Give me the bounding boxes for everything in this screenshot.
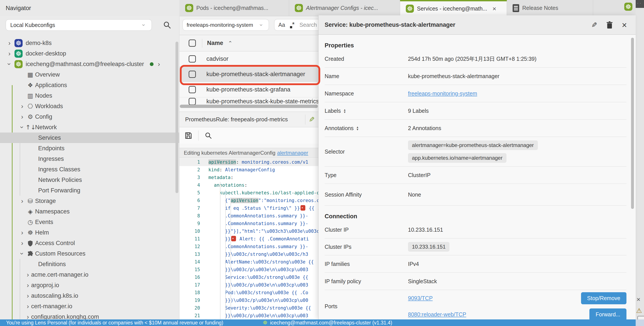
chevron-down-icon[interactable]: › <box>6 61 13 67</box>
sidebar-item-port-forwarding[interactable]: Port Forwarding <box>0 185 180 196</box>
sort-toggle-icon[interactable]: ▴▾ <box>357 126 358 130</box>
match-case-toggle[interactable]: Aa <box>278 22 285 28</box>
code-line[interactable]: 16 Service:\u003c/strong\u003e {{ <box>180 274 318 281</box>
sort-toggle-icon[interactable]: ▴▾ <box>344 108 346 113</box>
namespace-link[interactable]: freeleaps-monitoring-system <box>408 90 477 96</box>
kubeconfig-selector[interactable]: Local Kubeconfigs › <box>6 19 152 31</box>
chevron-right-icon[interactable]: › <box>19 103 26 110</box>
code-line[interactable]: 8 .CommonAnnotations.summary }}- <box>180 212 318 220</box>
chevron-right-icon[interactable]: › <box>19 229 26 236</box>
sidebar-item-helm[interactable]: ›☸Helm <box>0 227 180 238</box>
namespace-selector[interactable]: freeleaps-monitoring-system › <box>182 19 269 31</box>
chevron-right-icon[interactable]: › <box>24 282 31 288</box>
tab-release-notes[interactable]: Release Notes <box>507 0 593 16</box>
code-line[interactable]: 18 Pod:\u003c/strong\u003e {{ .Co <box>180 289 318 296</box>
chevron-right-icon[interactable]: › <box>19 114 26 120</box>
code-line[interactable]: 6 {"apiVersion":"monitoring.coreos.com/v… <box>180 197 318 204</box>
chevron-right-icon[interactable]: › <box>19 240 26 246</box>
chevron-right-icon[interactable]: › <box>6 40 13 46</box>
code-line[interactable]: 13 }}\u003c/strong\u003e\u003c/h3 <box>180 250 318 258</box>
column-header-name[interactable]: Name <box>207 40 223 46</box>
sidebar-item-demo-k8s[interactable]: ›☸demo-k8s <box>0 38 180 48</box>
code-line[interactable]: 15 }}\u003c/p\u003e\n\u003cp\u003 <box>180 266 318 274</box>
edit-icon[interactable]: ✎ <box>591 21 597 29</box>
code-line[interactable]: 14 AlertName:\u003c/strong\u003e {{ <box>180 258 318 266</box>
code-line[interactable]: 7 if eq .Status \"firing\" }} {{ .Common… <box>180 204 318 212</box>
code-line[interactable]: 9 .CommonAnnotations.summary }}- <box>180 220 318 228</box>
list-search-box[interactable]: Aa * Search <box>274 19 318 31</box>
sidebar-item-docker-desktop[interactable]: ›☸docker-desktop <box>0 48 180 59</box>
chevron-right-icon[interactable]: › <box>24 303 31 310</box>
sidebar-item-storage[interactable]: ›⛁Storage <box>0 196 180 206</box>
save-icon[interactable] <box>183 130 194 140</box>
row-checkbox[interactable] <box>189 86 196 93</box>
chevron-right-icon[interactable]: › <box>24 271 31 278</box>
tab-pods-icecheng-mathmas-[interactable]: ☸Pods - icecheng@mathmas... <box>180 0 289 16</box>
search-icon[interactable] <box>203 130 214 140</box>
sidebar-item-overview[interactable]: ▦Overview <box>0 69 180 80</box>
port-link[interactable]: 8080:reloader-web/TCP <box>408 311 466 318</box>
table-row[interactable]: cadvisor <box>180 51 318 67</box>
sidebar-item-acme-cert-manager-io[interactable]: ›acme.cert-manager.io <box>0 270 180 280</box>
sidebar-item-access-control[interactable]: ›Access Control <box>0 238 180 248</box>
sidebar-item-config[interactable]: ›⚙Config <box>0 112 180 122</box>
sidebar-item-network[interactable]: ›↑↓Network <box>0 122 180 132</box>
sidebar-item-applications[interactable]: ❖Applications <box>0 80 180 90</box>
sidebar-item-icecheng-mathmast-com-freeleaps-cluster[interactable]: ›☸icecheng@mathmast.com@freeleaps-cluste… <box>0 59 180 69</box>
sidebar-item-endpoints[interactable]: Endpoints <box>0 143 180 154</box>
code-line[interactable]: 17 }}\u003c/p\u003e\n\u003cp\u003 <box>180 281 318 289</box>
code-line[interactable]: 10 }}"}],"html":"\u003ch3\u003e\u003cu <box>180 228 318 235</box>
license-notice[interactable]: You're using Lens Personal (for individu… <box>6 320 223 326</box>
sidebar-item-workloads[interactable]: ›⎔Workloads <box>0 101 180 112</box>
sidebar-item-nodes[interactable]: ▥Nodes <box>0 90 180 101</box>
code-line[interactable]: 1apiVersion: monitoring.coreos.com/v1 <box>180 158 318 166</box>
code-line[interactable]: 5 kubectl.kubernetes.io/last-applied-con… <box>180 189 318 197</box>
port-forward-button[interactable]: Forward... <box>590 308 626 320</box>
sidebar-item-ingresses[interactable]: Ingresses <box>0 154 180 164</box>
sidebar-item-namespaces[interactable]: ◈Namespaces <box>0 206 180 217</box>
port-forward-button[interactable]: Stop/Remove <box>581 292 626 304</box>
yaml-editor[interactable]: 1apiVersion: monitoring.coreos.com/v12ki… <box>180 158 318 320</box>
sidebar-item-autoscaling-k8s-io[interactable]: ›autoscaling.k8s.io <box>0 290 180 301</box>
code-line[interactable]: 4 annotations: <box>180 182 318 189</box>
chevron-down-icon[interactable]: › <box>19 124 26 130</box>
sort-asc-icon[interactable]: ⌃ <box>228 40 232 46</box>
row-checkbox[interactable] <box>189 55 196 62</box>
sidebar-item-cert-manager-io[interactable]: ›cert-manager.io <box>0 301 180 312</box>
chevron-right-icon[interactable]: › <box>6 50 13 57</box>
tab-alertmanager-configs-ice[interactable]: ☸Alertmanager Configs - icec... <box>289 0 400 16</box>
code-line[interactable]: 3metadata: <box>180 174 318 182</box>
code-line[interactable]: 20 Severity:\u003c/strong\u003e {{ <box>180 304 318 312</box>
close-icon[interactable]: × <box>622 20 627 30</box>
code-line[interactable]: 21 }}\u003c/p\u003e\n\u003cp\u003 <box>180 312 318 320</box>
code-line[interactable]: 12 .CommonAnnotations.summary }}- <box>180 243 318 250</box>
sidebar-item-services[interactable]: Services <box>0 132 180 143</box>
edit-icon[interactable]: ✎ <box>309 116 315 124</box>
sidebar-item-network-policies[interactable]: Network Policies <box>0 175 180 185</box>
sidebar-item-ingress-classes[interactable]: Ingress Classes <box>0 164 180 175</box>
row-checkbox[interactable] <box>189 98 196 105</box>
sidebar-item-events[interactable]: ◷Events <box>0 217 180 227</box>
editing-resource-link[interactable]: alertmanager <box>277 150 308 156</box>
chevron-right-icon[interactable]: › <box>24 314 31 320</box>
code-line[interactable]: 19 }})\u003c/p\u003e\n\u003cp\u00 <box>180 296 318 304</box>
tab-services-icecheng-math-[interactable]: ☸Services - icecheng@math...× <box>400 0 507 16</box>
chevron-right-icon[interactable]: › <box>24 292 31 299</box>
select-all-checkbox[interactable] <box>189 40 196 47</box>
chevron-right-icon[interactable]: › <box>19 198 26 204</box>
sidebar-scrollbar[interactable] <box>176 42 178 193</box>
close-icon[interactable]: × <box>492 6 496 12</box>
code-line[interactable]: 2kind: AlertmanagerConfig <box>180 166 318 174</box>
chevron-down-icon[interactable]: › <box>19 250 26 257</box>
sidebar-item-configuration-konghq-com[interactable]: ›configuration.konghq.com <box>0 312 180 320</box>
horizontal-scrollbar[interactable] <box>180 105 318 108</box>
trash-icon[interactable] <box>606 21 613 29</box>
sidebar-item-definitions[interactable]: Definitions <box>0 259 180 270</box>
chevron-right-icon[interactable]: › <box>156 61 162 67</box>
port-link[interactable]: 9093/TCP <box>408 295 433 302</box>
search-icon[interactable] <box>163 20 172 30</box>
code-line[interactable]: 11 }} Alert: {{ .CommonAnnotati <box>180 235 318 243</box>
regex-toggle[interactable]: * <box>290 20 295 29</box>
sidebar-item-argoproj-io[interactable]: ›argoproj.io <box>0 280 180 290</box>
sidebar-item-custom-resources[interactable]: ›Custom Resources <box>0 248 180 259</box>
